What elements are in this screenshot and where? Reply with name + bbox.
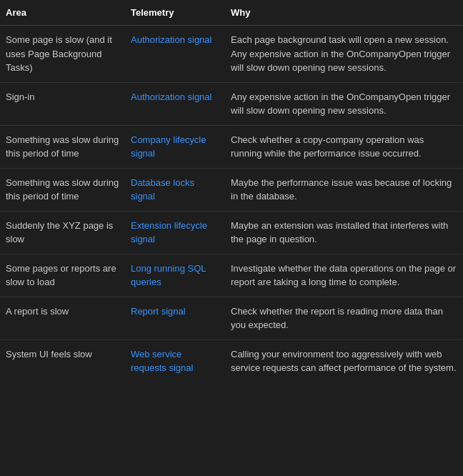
table-row: Some pages or reports are slow to loadLo… — [0, 254, 463, 297]
telemetry-link[interactable]: Long running SQL queries — [131, 263, 206, 288]
telemetry-cell[interactable]: Authorization signal — [125, 82, 225, 125]
telemetry-header: Telemetry — [125, 0, 225, 26]
why-cell: Maybe an extension was installed that in… — [225, 211, 463, 254]
telemetry-cell[interactable]: Web service requests signal — [125, 339, 225, 382]
area-cell: Some page is slow (and it uses Page Back… — [0, 26, 125, 83]
table-row: Suddenly the XYZ page is slowExtension l… — [0, 211, 463, 254]
why-cell: Maybe the performance issue was because … — [225, 168, 463, 211]
telemetry-cell[interactable]: Report signal — [125, 297, 225, 339]
area-cell: Suddenly the XYZ page is slow — [0, 211, 125, 254]
telemetry-link[interactable]: Authorization signal — [131, 91, 211, 102]
telemetry-link[interactable]: Web service requests signal — [131, 349, 193, 374]
table-row: Something was slow during this period of… — [0, 168, 463, 211]
area-cell: Sign-in — [0, 82, 125, 125]
telemetry-cell[interactable]: Authorization signal — [125, 26, 225, 83]
why-cell: Calling your environment too aggressivel… — [225, 339, 463, 382]
area-header: Area — [0, 0, 125, 26]
telemetry-link[interactable]: Authorization signal — [131, 34, 211, 45]
telemetry-link[interactable]: Extension lifecycle signal — [131, 220, 207, 245]
why-cell: Each page background task will open a ne… — [225, 26, 463, 83]
table-row: Sign-inAuthorization signalAny expensive… — [0, 82, 463, 125]
why-cell: Investigate whether the data operations … — [225, 254, 463, 297]
why-header: Why — [225, 0, 463, 26]
telemetry-cell[interactable]: Extension lifecycle signal — [125, 211, 225, 254]
why-cell: Check whether a copy-company operation w… — [225, 125, 463, 168]
area-cell: Something was slow during this period of… — [0, 168, 125, 211]
table-row: Some page is slow (and it uses Page Back… — [0, 26, 463, 83]
why-cell: Check whether the report is reading more… — [225, 297, 463, 339]
area-cell: Some pages or reports are slow to load — [0, 254, 125, 297]
telemetry-cell[interactable]: Company lifecycle signal — [125, 125, 225, 168]
table-row: System UI feels slowWeb service requests… — [0, 339, 463, 382]
why-cell: Any expensive action in the OnCompanyOpe… — [225, 82, 463, 125]
table-row: Something was slow during this period of… — [0, 125, 463, 168]
table-row: A report is slowReport signalCheck wheth… — [0, 297, 463, 339]
telemetry-link[interactable]: Company lifecycle signal — [131, 134, 206, 159]
area-cell: A report is slow — [0, 297, 125, 339]
telemetry-cell[interactable]: Database locks signal — [125, 168, 225, 211]
telemetry-cell[interactable]: Long running SQL queries — [125, 254, 225, 297]
telemetry-link[interactable]: Report signal — [131, 306, 186, 317]
telemetry-link[interactable]: Database locks signal — [131, 177, 194, 202]
area-cell: System UI feels slow — [0, 339, 125, 382]
area-cell: Something was slow during this period of… — [0, 125, 125, 168]
